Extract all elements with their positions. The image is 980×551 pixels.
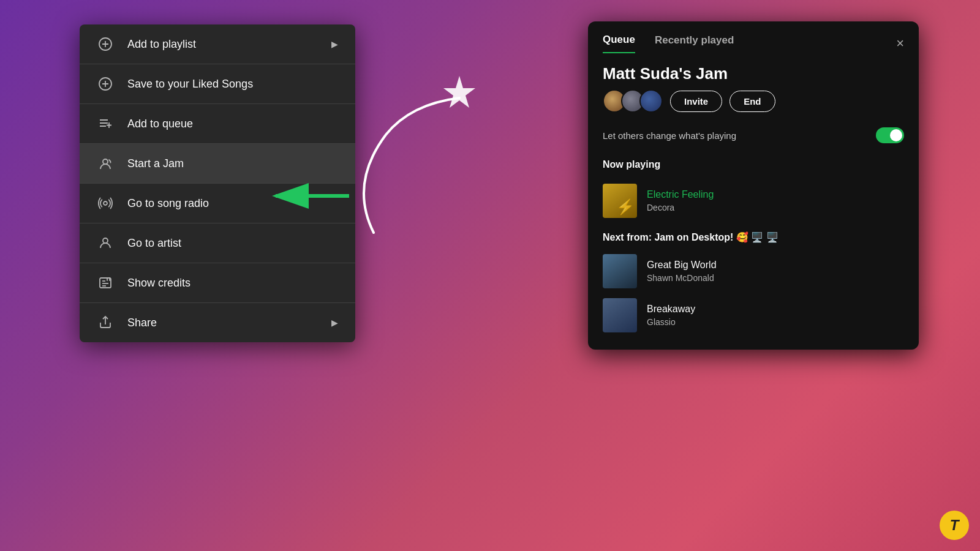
track-artist-breakaway: Glassio xyxy=(647,317,904,327)
next-track-2[interactable]: Breakaway Glassio xyxy=(588,293,919,337)
jam-title: Matt Suda's Jam xyxy=(588,53,919,89)
tab-queue[interactable]: Queue xyxy=(603,34,635,53)
plus-outline-icon xyxy=(97,75,114,92)
queue-panel: Queue Recently played × Matt Suda's Jam … xyxy=(588,21,919,350)
let-others-toggle[interactable] xyxy=(876,127,904,143)
let-others-text: Let others change what's playing xyxy=(603,130,736,141)
now-playing-label: Now playing xyxy=(588,154,919,179)
menu-item-add-to-playlist[interactable]: Add to playlist ▶ xyxy=(80,24,355,64)
watermark-letter: T xyxy=(950,517,959,534)
white-arrow-annotation xyxy=(337,73,533,245)
tab-recently-played[interactable]: Recently played xyxy=(655,34,734,53)
svg-point-11 xyxy=(103,159,108,164)
person-icon xyxy=(97,234,114,252)
radio-icon xyxy=(97,195,114,212)
context-menu: Add to playlist ▶ Save to your Liked Son… xyxy=(80,24,355,342)
watermark: T xyxy=(940,511,969,540)
menu-item-start-jam[interactable]: Start a Jam xyxy=(80,144,355,183)
svg-point-12 xyxy=(104,201,107,205)
menu-item-go-to-artist[interactable]: Go to artist xyxy=(80,223,355,263)
credits-icon xyxy=(97,274,114,291)
menu-label-save-liked: Save to your Liked Songs xyxy=(127,78,338,91)
avatar-group xyxy=(603,89,663,113)
track-art-breakaway xyxy=(603,298,637,332)
track-info-breakaway: Breakaway Glassio xyxy=(647,304,904,327)
menu-item-add-to-queue[interactable]: Add to queue xyxy=(80,104,355,143)
track-name-breakaway: Breakaway xyxy=(647,304,904,315)
avatar-3 xyxy=(639,89,663,113)
track-art-gbw xyxy=(603,254,637,288)
menu-label-add-to-queue: Add to queue xyxy=(127,118,338,130)
now-playing-artist: Decora xyxy=(647,203,904,212)
now-playing-art xyxy=(603,184,637,218)
now-playing-track[interactable]: Electric Feeling Decora xyxy=(588,179,919,223)
menu-item-share[interactable]: Share ▶ xyxy=(80,303,355,342)
invite-button[interactable]: Invite xyxy=(670,91,722,112)
plus-circle-icon xyxy=(97,36,114,53)
menu-label-song-radio: Go to song radio xyxy=(127,197,338,210)
now-playing-info: Electric Feeling Decora xyxy=(647,189,904,212)
queue-header: Queue Recently played × xyxy=(588,21,919,53)
track-artist-gbw: Shawn McDonald xyxy=(647,273,904,283)
menu-label-show-credits: Show credits xyxy=(127,277,338,290)
menu-item-show-credits[interactable]: Show credits xyxy=(80,263,355,302)
menu-item-save-liked-songs[interactable]: Save to your Liked Songs xyxy=(80,64,355,103)
track-info-gbw: Great Big World Shawn McDonald xyxy=(647,260,904,283)
svg-point-13 xyxy=(103,238,108,243)
menu-item-song-radio[interactable]: Go to song radio xyxy=(80,184,355,223)
next-track-1[interactable]: Great Big World Shawn McDonald xyxy=(588,249,919,293)
jam-icon xyxy=(97,155,114,172)
menu-label-share: Share xyxy=(127,317,318,329)
track-name-gbw: Great Big World xyxy=(647,260,904,271)
menu-label-add-to-playlist: Add to playlist xyxy=(127,38,318,51)
svg-marker-21 xyxy=(443,76,475,108)
chevron-icon: ▶ xyxy=(331,39,338,49)
avatars-row: Invite End xyxy=(588,89,919,122)
queue-icon xyxy=(97,115,114,132)
chevron-share-icon: ▶ xyxy=(331,318,338,328)
menu-label-start-jam: Start a Jam xyxy=(127,157,338,170)
now-playing-track-name: Electric Feeling xyxy=(647,189,904,200)
close-button[interactable]: × xyxy=(896,37,904,50)
menu-label-go-to-artist: Go to artist xyxy=(127,237,338,250)
let-others-row: Let others change what's playing xyxy=(588,122,919,154)
next-from-label: Next from: Jam on Desktop! 🥰 🖥️ 🖥️ xyxy=(588,223,919,249)
share-icon xyxy=(97,314,114,331)
end-button[interactable]: End xyxy=(729,91,775,112)
